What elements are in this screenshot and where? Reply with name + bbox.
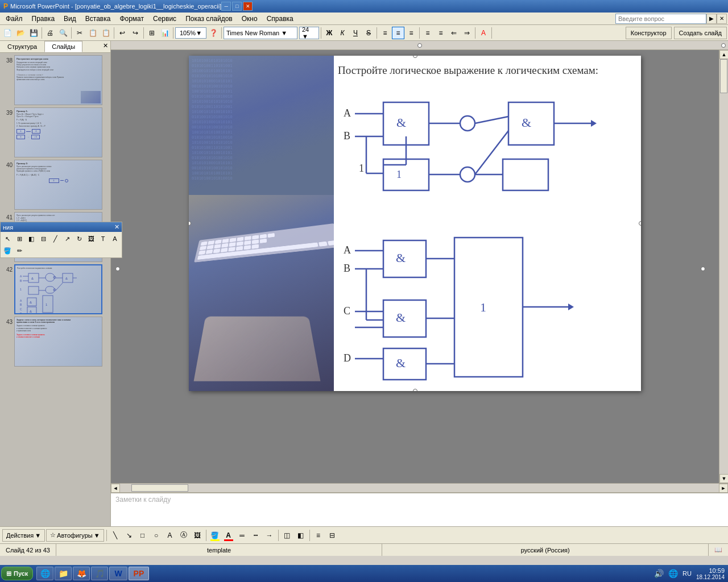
dt-fill-color[interactable]: 🪣 bbox=[2, 245, 13, 256]
slide-img-42[interactable]: Постройте логические выражения к схемам:… bbox=[14, 264, 102, 314]
fill-color-tool[interactable]: 🪣 bbox=[209, 529, 221, 542]
ruler-handle-topright[interactable] bbox=[721, 43, 726, 48]
tray-sound[interactable]: 🔊 bbox=[654, 569, 664, 578]
strikethrough-button[interactable]: S bbox=[362, 27, 375, 39]
tab-structure[interactable]: Структура bbox=[0, 41, 44, 52]
dt-free-rotate[interactable]: ↻ bbox=[73, 233, 85, 244]
slide-img-43[interactable]: Задача: схем к схем, которые позволяют н… bbox=[14, 317, 102, 367]
help-input[interactable] bbox=[615, 14, 706, 24]
drawing-toolbar-close[interactable]: ✕ bbox=[114, 223, 119, 231]
scroll-thumb-h[interactable] bbox=[131, 484, 188, 492]
tray-network[interactable]: 🌐 bbox=[668, 569, 678, 578]
redo-button[interactable]: ↪ bbox=[129, 27, 142, 39]
menu-help[interactable]: Справка bbox=[262, 14, 298, 24]
help-close-button[interactable]: ✕ bbox=[717, 14, 727, 24]
designer-button[interactable]: Конструктор bbox=[626, 27, 672, 39]
oval-tool[interactable]: ○ bbox=[150, 529, 163, 542]
scroll-up-button[interactable]: ▲ bbox=[719, 50, 728, 59]
dt-align-center[interactable]: ⊟ bbox=[38, 233, 49, 244]
wordart-tool[interactable]: Ⓐ bbox=[177, 529, 190, 542]
dt-line-color[interactable]: ✏ bbox=[14, 245, 25, 256]
tab-slides[interactable]: Слайды bbox=[44, 41, 82, 52]
slide-thumb-42[interactable]: 42 Постройте логические выражения к схем… bbox=[2, 264, 108, 314]
save-button[interactable]: 💾 bbox=[27, 27, 40, 39]
slide-handle-right[interactable] bbox=[639, 221, 641, 226]
taskbar-word[interactable]: W bbox=[109, 567, 127, 580]
dt-insert-image[interactable]: 🖼 bbox=[85, 233, 97, 244]
clip-art-tool[interactable]: 🖼 bbox=[191, 529, 204, 542]
taskbar-powerpoint[interactable]: PP bbox=[129, 567, 150, 580]
dt-wordart[interactable]: A bbox=[109, 233, 121, 244]
menu-slideshow[interactable]: Показ слайдов bbox=[181, 14, 237, 24]
align-right-button[interactable]: ≡ bbox=[405, 27, 417, 39]
textbox-tool[interactable]: A bbox=[164, 529, 176, 542]
align-center-button[interactable]: ≡ bbox=[392, 27, 404, 39]
scroll-thumb-v[interactable] bbox=[720, 59, 727, 93]
horizontal-scrollbar[interactable]: ◄ ► bbox=[111, 483, 728, 492]
font-selector[interactable]: Times New Roman ▼ bbox=[224, 27, 297, 39]
taskbar-ie[interactable]: 🌐 bbox=[36, 567, 53, 580]
ruler-handle-top[interactable] bbox=[417, 43, 422, 48]
3d-tool[interactable]: ◧ bbox=[295, 529, 307, 542]
table-button[interactable]: ⊞ bbox=[146, 27, 158, 39]
menu-edit[interactable]: Правка bbox=[27, 14, 60, 24]
slide-handle-top[interactable] bbox=[413, 56, 417, 58]
notes-area[interactable]: Заметки к слайду bbox=[111, 492, 728, 526]
minimize-button[interactable]: ─ bbox=[221, 2, 231, 11]
font-size-selector[interactable]: 24 ▼ bbox=[299, 27, 319, 39]
taskbar-folder[interactable]: 📁 bbox=[55, 567, 72, 580]
scroll-down-button[interactable]: ▼ bbox=[719, 474, 728, 483]
menu-format[interactable]: Формат bbox=[115, 14, 148, 24]
dt-line[interactable]: ╱ bbox=[49, 233, 61, 244]
italic-button[interactable]: К bbox=[336, 27, 349, 39]
dt-text-box[interactable]: T bbox=[97, 233, 109, 244]
help-search-button[interactable]: ▶ bbox=[706, 14, 717, 24]
font-color-button[interactable]: A bbox=[477, 27, 490, 39]
handle-right[interactable] bbox=[701, 267, 705, 271]
slide-img-39[interactable]: Пример 1: Пусть A = «Жарко» Пусть, Будут… bbox=[14, 107, 102, 157]
slide-thumb-40[interactable]: 40 Пример 2: Пусть рассмотрен рисунок пр… bbox=[2, 160, 108, 210]
line-tool[interactable]: ╲ bbox=[109, 529, 122, 542]
slide-thumb-39[interactable]: 39 Пример 1: Пусть A = «Жарко» Пусть, Бу… bbox=[2, 107, 108, 157]
scroll-right-button[interactable]: ► bbox=[719, 484, 728, 493]
slide-thumb-43[interactable]: 43 Задача: схем к схем, которые позволяю… bbox=[2, 317, 108, 367]
scroll-track-v[interactable] bbox=[719, 59, 728, 474]
bullets-button[interactable]: ≡ bbox=[435, 27, 447, 39]
align-left-button[interactable]: ≡ bbox=[379, 27, 391, 39]
arrow-style-tool[interactable]: → bbox=[263, 529, 276, 542]
restore-button[interactable]: □ bbox=[232, 2, 242, 11]
new-slide-button[interactable]: Создать слайд bbox=[674, 27, 727, 39]
dt-align-left[interactable]: ◧ bbox=[26, 233, 37, 244]
dt-arrow[interactable]: ↗ bbox=[61, 233, 73, 244]
autoshapes-button[interactable]: ☆ Автофигуры ▼ bbox=[46, 529, 104, 542]
cut-button[interactable]: ✂ bbox=[73, 27, 86, 39]
distribute-tool[interactable]: ⊟ bbox=[326, 529, 338, 542]
taskbar-media[interactable]: 🎵 bbox=[91, 567, 108, 580]
menu-view[interactable]: Вид bbox=[59, 14, 81, 24]
shadow-tool[interactable]: ◫ bbox=[281, 529, 293, 542]
bold-button[interactable]: Ж bbox=[323, 27, 336, 39]
slide-handle-bottom[interactable] bbox=[413, 389, 417, 391]
scroll-track-h[interactable] bbox=[120, 484, 719, 492]
font-color-tool[interactable]: A bbox=[222, 529, 235, 542]
scroll-left-button[interactable]: ◄ bbox=[111, 484, 120, 493]
lang-indicator[interactable]: RU bbox=[682, 570, 692, 577]
handle-left[interactable] bbox=[115, 267, 120, 271]
undo-button[interactable]: ↩ bbox=[116, 27, 129, 39]
increase-indent-button[interactable]: ⇒ bbox=[461, 27, 473, 39]
dash-style-tool[interactable]: ┅ bbox=[250, 529, 262, 542]
chart-button[interactable]: 📊 bbox=[159, 27, 171, 39]
menu-file[interactable]: Файл bbox=[1, 14, 27, 24]
dt-select[interactable]: ↖ bbox=[2, 233, 13, 244]
arrow-tool[interactable]: ↘ bbox=[123, 529, 135, 542]
line-style-tool[interactable]: ═ bbox=[236, 529, 249, 542]
panel-close-button[interactable]: ✕ bbox=[101, 41, 110, 52]
underline-button[interactable]: Ч bbox=[349, 27, 362, 39]
print-button[interactable]: 🖨 bbox=[44, 27, 56, 39]
menu-window[interactable]: Окно bbox=[237, 14, 262, 24]
zoom-dropdown-arrow[interactable]: ▼ bbox=[196, 30, 202, 36]
slide-thumb-38[interactable]: 38 Построение алгоритра схем Определение… bbox=[2, 55, 108, 105]
menu-tools[interactable]: Сервис bbox=[148, 14, 181, 24]
paste-button[interactable]: 📋 bbox=[100, 27, 112, 39]
spellcheck-icon[interactable]: 📖 bbox=[714, 546, 722, 554]
